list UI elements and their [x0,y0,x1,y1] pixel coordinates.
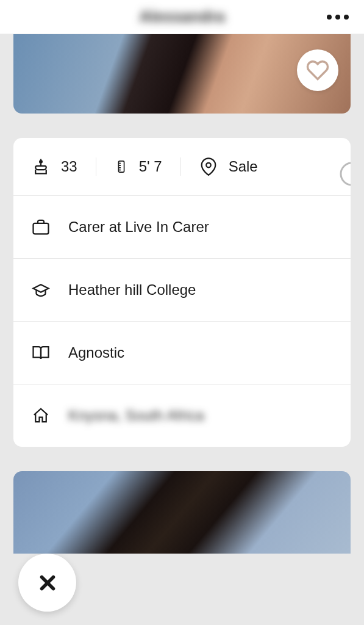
book-icon [32,344,50,362]
home-icon [32,406,50,425]
svg-rect-7 [34,223,49,234]
age-value: 33 [61,158,77,175]
svg-point-0 [40,161,42,163]
religion-text: Agnostic [68,344,124,361]
dismiss-button[interactable] [18,554,76,612]
education-text: Heather hill College [68,281,196,298]
partial-next-indicator [338,161,351,187]
hometown-row: Knysna, South Africa [13,384,351,447]
religion-row: Agnostic [13,321,351,384]
graduation-cap-icon [32,281,50,299]
profile-photo-2[interactable] [13,471,351,554]
profile-info-card: 33 5' 7 Sale Carer at Live In Carer [13,138,351,447]
ruler-icon [115,157,128,176]
height-stat: 5' 7 [96,157,181,176]
like-button[interactable] [297,49,338,91]
svg-point-6 [206,163,211,168]
stats-row: 33 5' 7 Sale [13,138,351,195]
education-row: Heather hill College [13,258,351,321]
more-options-button[interactable] [327,15,349,20]
work-row: Carer at Live In Carer [13,195,351,258]
location-value: Sale [229,158,258,175]
briefcase-icon [32,218,50,236]
hometown-text: Knysna, South Africa [68,407,204,424]
profile-name: Alessandra [139,7,224,26]
work-text: Carer at Live In Carer [68,219,209,236]
svg-rect-1 [118,161,124,172]
profile-photo-1[interactable] [13,34,351,114]
location-pin-icon [199,157,218,176]
profile-header: Alessandra [0,0,364,34]
svg-point-8 [341,163,351,185]
age-stat: 33 [13,157,96,176]
close-icon [36,571,59,594]
cake-icon [32,157,50,176]
height-value: 5' 7 [139,158,162,175]
location-stat: Sale [181,157,276,176]
heart-icon [306,59,329,82]
